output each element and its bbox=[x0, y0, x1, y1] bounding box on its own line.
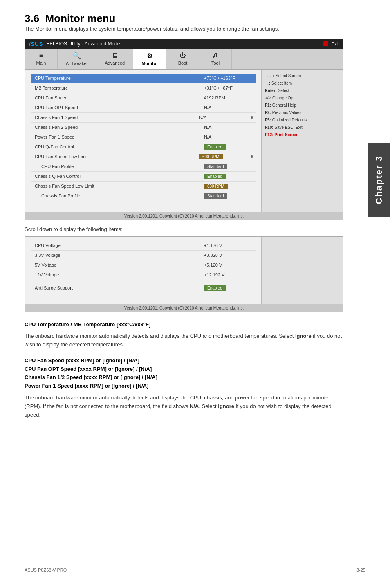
bios-row-cpu-fan-opt[interactable]: CPU Fan OPT Speed N/A bbox=[31, 103, 256, 113]
scroll-notice: Scroll down to display the following ite… bbox=[25, 226, 343, 232]
nav-advanced-icon: 🖥 bbox=[112, 52, 118, 59]
cpu-fan-low-label: CPU Fan Speed Low Limit bbox=[33, 154, 199, 159]
bios-row-mb-temp[interactable]: MB Temperature +31°C / +87°F bbox=[31, 83, 256, 93]
bios-row-anti-surge[interactable]: Anti Surge Support Enabled bbox=[31, 283, 256, 293]
nav-boot-icon: ⏻ bbox=[179, 52, 186, 59]
bios-row-cpu-qfan[interactable]: CPU Q-Fan Control Enabled bbox=[31, 142, 256, 152]
exit-icon bbox=[323, 41, 328, 46]
cpu-qfan-value: Enabled bbox=[204, 144, 253, 150]
bios-row-5v[interactable]: 5V Voltage +5.120 V bbox=[31, 260, 256, 270]
key-f5: F5: Optimized Defaults bbox=[265, 117, 340, 123]
cpu-fan-low-badge: 600 RPM bbox=[199, 154, 223, 159]
nav-main[interactable]: ≡ Main bbox=[25, 49, 58, 69]
5v-label: 5V Voltage bbox=[33, 263, 204, 267]
cpu-fan-profile-label: CPU Fan Profile bbox=[33, 164, 204, 169]
bios-row-power-fan[interactable]: Power Fan 1 Speed N/A bbox=[31, 132, 256, 142]
nav-tool[interactable]: 🖨 Tool bbox=[199, 49, 232, 69]
cpu-qfan-label: CPU Q-Fan Control bbox=[33, 144, 204, 149]
key-f2: F2: Previous Values bbox=[265, 110, 340, 116]
bios-row-chassis-fan-low[interactable]: Chassis Fan Speed Low Limit 600 RPM bbox=[31, 182, 256, 191]
bios-row-chassis-fan1[interactable]: Chassis Fan 1 Speed N/A bbox=[31, 113, 256, 123]
bios-row-12v[interactable]: 12V Voltage +12.192 V bbox=[31, 270, 256, 280]
mb-temp-value: +31°C / +87°F bbox=[204, 85, 253, 90]
33v-value: +3.328 V bbox=[204, 253, 253, 258]
cpu-voltage-label: CPU Voltage bbox=[33, 243, 204, 248]
bios-row-33v[interactable]: 3.3V Voltage +3.328 V bbox=[31, 251, 256, 260]
section-description: The Monitor menu displays the system tem… bbox=[25, 25, 343, 33]
chassis-fan-profile-label: Chassis Fan Profile bbox=[33, 193, 204, 198]
power-fan-label: Power Fan 1 Speed bbox=[33, 135, 204, 139]
12v-label: 12V Voltage bbox=[33, 272, 204, 277]
scroll-indicator2 bbox=[251, 155, 253, 158]
cpu-fan-opt-value: N/A bbox=[204, 105, 253, 110]
chapter-sidebar: Chapter 3 bbox=[368, 143, 390, 217]
cpu-fan-value: 4192 RPM bbox=[204, 95, 253, 100]
chassis-fan2-label: Chassis Fan 2 Speed bbox=[33, 125, 204, 130]
chassis-qfan-value: Enabled bbox=[204, 174, 253, 179]
bios-row-cpu-fan-low[interactable]: CPU Fan Speed Low Limit 600 RPM bbox=[31, 152, 256, 162]
cpu-fan-label: CPU Fan Speed bbox=[33, 95, 204, 100]
exit-label[interactable]: Exit bbox=[332, 41, 339, 46]
chassis-fan-low-label: Chassis Fan Speed Low Limit bbox=[33, 184, 204, 189]
chassis-fan-low-value: 600 RPM bbox=[204, 184, 253, 189]
nav-ai-tweaker-icon: 🔍 bbox=[73, 52, 81, 60]
bios-voltage-panel: CPU Voltage +1.176 V 3.3V Voltage +3.328… bbox=[25, 237, 261, 304]
section-title: 3.6 Monitor menu bbox=[25, 12, 343, 25]
cpu-fan-opt-label: CPU Fan OPT Speed bbox=[33, 105, 204, 110]
key-select-screen: →←: Select Screen bbox=[265, 73, 340, 79]
chassis-fan1-label: Chassis Fan 1 Speed bbox=[33, 115, 199, 120]
fan-speed-body: The onboard hardware monitor automatical… bbox=[25, 394, 343, 419]
nav-boot[interactable]: ⏻ Boot bbox=[166, 49, 199, 69]
bios-voltage-content: CPU Voltage +1.176 V 3.3V Voltage +3.328… bbox=[25, 237, 343, 304]
nav-tool-icon: 🖨 bbox=[212, 52, 219, 59]
scroll-indicator bbox=[251, 116, 253, 119]
nav-main-icon: ≡ bbox=[39, 52, 43, 59]
footer-product: ASUS P8Z68-V PRO bbox=[25, 568, 67, 572]
bios-row-cpu-fan-profile[interactable]: CPU Fan Profile Standard bbox=[31, 162, 256, 172]
chapter-label: Chapter 3 bbox=[374, 155, 384, 204]
cpu-voltage-value: +1.176 V bbox=[204, 243, 253, 248]
bios-monitor-screen: /SUS EFI BIOS Utility - Advanced Mode Ex… bbox=[25, 39, 343, 220]
chassis-fan-profile-badge: Standard bbox=[204, 193, 227, 199]
bios-row-cpu-fan[interactable]: CPU Fan Speed 4192 RPM bbox=[31, 93, 256, 103]
bottom-bar: ASUS P8Z68-V PRO 3-25 bbox=[0, 564, 390, 576]
chassis-fan-low-badge: 600 RPM bbox=[204, 184, 228, 189]
cpu-temp-value: +73°C / +163°F bbox=[204, 76, 253, 81]
bios-title: EFI BIOS Utility - Advanced Mode bbox=[46, 41, 120, 47]
bios-row-cpu-temp[interactable]: CPU Temperature +73°C / +163°F bbox=[31, 74, 256, 83]
bios-row-chassis-fan-profile[interactable]: Chassis Fan Profile Standard bbox=[31, 191, 256, 201]
nav-boot-label: Boot bbox=[178, 61, 188, 65]
key-f1: F1: General Help bbox=[265, 102, 340, 109]
key-f12: F12: Print Screen bbox=[265, 132, 340, 138]
key-plus-minus: +/-: Change Opt. bbox=[265, 95, 340, 101]
bios-header-title: /SUS EFI BIOS Utility - Advanced Mode bbox=[29, 41, 120, 47]
power-fan-value: N/A bbox=[204, 135, 253, 139]
asus-logo: /SUS bbox=[29, 41, 43, 47]
nav-monitor[interactable]: ⚙ Monitor bbox=[133, 49, 166, 69]
bios-key-sidebar: →←: Select Screen ↑↓: Select Item Enter:… bbox=[261, 70, 343, 212]
nav-advanced[interactable]: 🖥 Advanced bbox=[96, 49, 133, 69]
anti-surge-label: Anti Surge Support bbox=[33, 285, 204, 290]
cpu-fan-profile-badge: Standard bbox=[204, 164, 227, 169]
nav-monitor-icon: ⚙ bbox=[147, 52, 152, 60]
nav-tool-label: Tool bbox=[211, 61, 220, 65]
bios-row-chassis-qfan[interactable]: Chassis Q-Fan Control Enabled bbox=[31, 172, 256, 182]
bios-content-area: CPU Temperature +73°C / +163°F MB Temper… bbox=[25, 70, 343, 212]
bios-row-cpu-voltage[interactable]: CPU Voltage +1.176 V bbox=[31, 241, 256, 251]
cpu-fan-low-value: 600 RPM bbox=[199, 154, 248, 159]
cpu-fan-profile-value: Standard bbox=[204, 164, 253, 169]
footer-page-number: 3-25 bbox=[356, 568, 365, 572]
chassis-qfan-badge: Enabled bbox=[204, 174, 226, 179]
bios2-footer: Version 2.00.1201. Copyright (C) 2010 Am… bbox=[25, 304, 343, 312]
bios-main-panel: CPU Temperature +73°C / +163°F MB Temper… bbox=[25, 70, 261, 212]
chassis-fan1-value: N/A bbox=[199, 115, 248, 120]
nav-main-label: Main bbox=[36, 61, 46, 65]
cpu-qfan-badge: Enabled bbox=[204, 144, 226, 150]
nav-ai-tweaker[interactable]: 🔍 Ai Tweaker bbox=[58, 49, 96, 69]
anti-surge-badge: Enabled bbox=[204, 285, 226, 291]
bios-row-chassis-fan2[interactable]: Chassis Fan 2 Speed N/A bbox=[31, 123, 256, 132]
cpu-temp-body: The onboard hardware monitor automatical… bbox=[25, 332, 343, 349]
mb-temp-label: MB Temperature bbox=[33, 85, 204, 90]
key-enter: Enter: Select bbox=[265, 88, 340, 94]
bios-header: /SUS EFI BIOS Utility - Advanced Mode Ex… bbox=[25, 39, 343, 49]
